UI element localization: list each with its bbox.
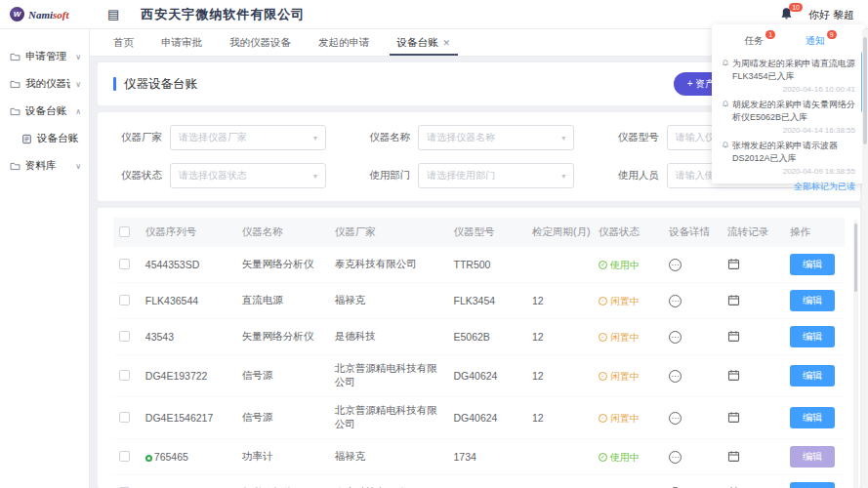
cell-vendor: 泰克科技有限公司 [329,475,448,488]
col-header-8: 操作 [784,218,845,247]
cell-name: 信号源 [236,397,329,439]
calendar-icon[interactable] [727,369,740,382]
calendar-icon[interactable] [727,411,740,424]
tab-close-icon[interactable]: ✕ [443,38,451,48]
device-detail-icon[interactable]: ⋯ [669,412,682,425]
notification-bell-icon[interactable]: 10 [779,7,795,22]
edit-button[interactable]: 编辑 [790,326,835,347]
tab-3[interactable]: 发起的申请 [307,29,382,56]
notification-time: 2020-04-09 18:38:55 [722,167,855,176]
tab-0[interactable]: 首页 [102,29,145,56]
row-checkbox[interactable] [119,451,130,462]
cell-period: 12 [526,397,593,439]
table-scrollbar-thumb[interactable] [854,224,857,292]
filter-select-0[interactable]: 请选择仪器厂家▾ [170,125,326,150]
device-detail-icon[interactable]: ⋯ [669,295,682,307]
col-header-3: 仪器型号 [447,218,525,247]
select-all-checkbox[interactable] [119,226,130,237]
table-row: DG4E193722信号源北京普源精电科技有限公司DG4062412–闲置中⋯编… [113,355,845,397]
cell-serial: TP20200416 [140,475,236,488]
cell-vendor: 北京普源精电科技有限公司 [329,397,448,439]
page-scrollbar[interactable] [862,29,868,488]
calendar-icon[interactable] [727,330,740,343]
status-ring-icon: – [599,333,607,342]
row-checkbox[interactable] [119,295,130,305]
calendar-icon[interactable] [727,450,740,463]
page-scrollbar-thumb[interactable] [863,37,867,144]
device-detail-icon[interactable]: ⋯ [669,259,682,271]
edit-button[interactable]: 编辑 [790,290,835,311]
sidebar-item-3[interactable]: 资料库∨ [0,152,89,180]
notification-dropdown: 任务1通知9 为周晴发起的采购申请直流电源FLK3454已入库2020-04-1… [712,24,865,183]
device-detail-icon[interactable]: ⋯ [669,451,682,464]
cell-serial: 43543 [140,319,236,355]
cell-name: 频谱分析仪 [236,475,329,488]
table-scrollbar[interactable] [853,220,858,488]
edit-button[interactable]: 编辑 [790,254,835,275]
equipment-table-card: 仪器序列号仪器名称仪器厂家仪器型号检定周期(月)仪器状态设备详情流转记录操作45… [98,208,860,488]
filter-field-4: 使用部门请选择使用部门▾ [359,163,598,188]
row-checkbox[interactable] [119,412,130,423]
device-detail-icon[interactable]: ⋯ [669,331,682,344]
table-row: 765465功率计福禄克1734✓使用中⋯编辑 [113,439,845,475]
notif-tab-1[interactable]: 通知9 [806,34,833,48]
col-header-5: 仪器状态 [593,218,663,247]
notification-item-2[interactable]: 张增发起的采购申请示波器DS2012A已入库2020-04-09 18:38:5… [722,137,855,178]
calendar-icon[interactable] [727,258,740,270]
cell-serial: 765465 [140,439,236,475]
device-detail-icon[interactable]: ⋯ [669,370,682,383]
table-header-row: 仪器序列号仪器名称仪器厂家仪器型号检定周期(月)仪器状态设备详情流转记录操作 [113,218,845,247]
cell-model: TTR500 [447,247,525,283]
notification-list: 为周晴发起的采购申请直流电源FLK3454已入库2020-04-16 10:00… [722,55,855,178]
cell-period [526,247,593,283]
edit-button[interactable]: 编辑 [790,446,835,468]
tab-1[interactable]: 申请审批 [149,29,214,56]
sidebar-item-2[interactable]: 设备台账∧ [0,98,89,125]
row-checkbox[interactable] [119,370,130,381]
filter-select-3[interactable]: 请选择仪器状态▾ [170,163,326,188]
chevron-down-icon: ▾ [313,172,317,181]
calendar-icon[interactable] [727,294,740,306]
mark-all-read-link[interactable]: 全部标记为已读 [722,178,855,193]
notif-tab-0[interactable]: 任务1 [744,34,771,48]
title-accent-bar [113,77,116,91]
cell-name: 矢量网络分析仪 [236,247,329,283]
filter-field-3: 仪器状态请选择仪器状态▾ [111,163,350,188]
brand-name: Namisoft [28,9,69,20]
tab-2[interactable]: 我的仪器设备 [218,29,303,56]
tab-4[interactable]: 设备台账✕ [386,29,463,56]
cell-name: 功率计 [236,439,329,475]
status-ring-icon: – [599,372,607,381]
page-title-wrap: 仪器设备台账 [113,76,197,93]
edit-button[interactable]: 编辑 [790,365,835,386]
table-row: TP20200416频谱分析仪泰克科技有限公司RSA306B8–闲置中⋯编辑 [113,475,845,488]
sidebar-subitem[interactable]: 设备台账 [0,125,89,152]
sidebar-item-1[interactable]: 我的仪器设备∨ [0,70,89,98]
notification-item-1[interactable]: 胡妮发起的采购申请矢量网络分析仪E5062B已入库2020-04-14 16:3… [722,96,855,137]
cell-name: 直流电源 [236,283,329,319]
sidebar-item-0[interactable]: 申请管理∨ [0,43,89,70]
cell-vendor: 福禄克 [329,283,448,319]
chevron-down-icon: ∨ [75,80,81,89]
filter-select-4[interactable]: 请选择使用部门▾ [418,163,574,188]
cell-model: DG40624 [447,397,525,439]
edit-button[interactable]: 编辑 [790,407,835,428]
chevron-down-icon: ∨ [75,162,81,171]
notification-tabs: 任务1通知9 [722,32,855,55]
cell-name: 矢量网络分析仪 [236,319,329,355]
status-badge: –闲置中 [599,331,640,345]
col-header-4: 检定周期(月) [526,218,593,247]
row-checkbox[interactable] [119,259,130,269]
notification-time: 2020-04-16 10:00:41 [722,85,855,94]
sidebar-collapse-icon[interactable]: ▤ [107,7,119,21]
edit-button[interactable]: 编辑 [790,482,835,488]
filter-select-1[interactable]: 请选择仪器名称▾ [418,125,574,150]
user-greeting[interactable]: 你好 黎超 [808,8,854,22]
equipment-table: 仪器序列号仪器名称仪器厂家仪器型号检定周期(月)仪器状态设备详情流转记录操作45… [113,218,845,488]
sidebar: 申请管理∨我的仪器设备∨设备台账∧设备台账资料库∨ [0,29,90,488]
row-checkbox[interactable] [119,331,130,342]
notification-item-0[interactable]: 为周晴发起的采购申请直流电源FLK3454已入库2020-04-16 10:00… [722,55,855,96]
col-header-6: 设备详情 [663,218,722,247]
chevron-down-icon: ▾ [561,172,565,181]
cell-serial: FLK436544 [140,283,236,319]
